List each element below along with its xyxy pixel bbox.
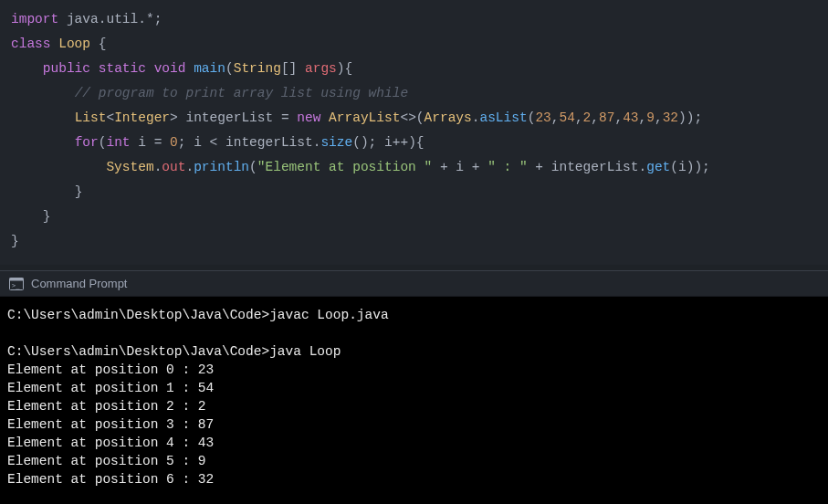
svg-text:>_: >_ [12,282,20,289]
terminal-output-line: Element at position 4 : 43 [7,436,214,450]
code-line-3: public static void main(String[] args){ [11,57,817,81]
terminal-output-line: Element at position 5 : 9 [7,454,206,468]
terminal-output[interactable]: C:\Users\admin\Desktop\Java\Code>javac L… [0,297,828,504]
method-main: main [194,61,225,76]
terminal-header: >_ Command Prompt [0,271,828,297]
terminal-output-line: Element at position 3 : 87 [7,417,214,432]
code-line-2: class Loop { [11,32,817,57]
terminal-output-line: Element at position 2 : 2 [7,399,206,414]
terminal-output-line: Element at position 6 : 32 [7,472,214,487]
code-line-5: List<Integer> integerList = new ArrayLis… [11,106,817,131]
package-path: java.util. [67,12,146,26]
keyword-import: import [11,12,58,26]
terminal-line: C:\Users\admin\Desktop\Java\Code>java Lo… [7,344,341,359]
code-line-10: } [11,229,817,254]
class-name: Loop [58,37,90,51]
svg-rect-1 [10,278,24,280]
code-line-4: // program to print array list using whi… [11,81,817,106]
terminal-title: Command Prompt [31,277,127,290]
code-line-1: import java.util.*; [11,7,817,32]
terminal-icon: >_ [9,278,24,290]
keyword-class: class [11,37,51,51]
terminal-output-line: Element at position 0 : 23 [7,362,214,377]
code-line-7: System.out.println("Element at position … [11,155,817,180]
comment: // program to print array list using whi… [75,86,408,100]
code-line-9: } [11,205,817,229]
code-line-6: for(int i = 0; i < integerList.size(); i… [11,131,817,155]
code-line-8: } [11,180,817,205]
code-editor[interactable]: import java.util.*; class Loop { public … [0,0,828,265]
terminal-line: C:\Users\admin\Desktop\Java\Code>javac L… [7,308,389,322]
terminal-output-line: Element at position 1 : 54 [7,381,214,395]
